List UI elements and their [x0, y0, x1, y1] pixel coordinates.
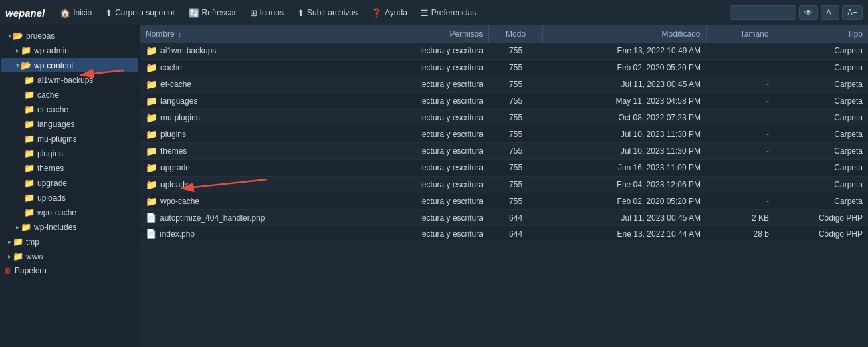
nav-refrescar[interactable]: 🔄 Refrescar [183, 5, 242, 21]
table-row[interactable]: 📁et-cache lectura y escritura 755 Jul 11… [140, 76, 868, 93]
nav-carpeta-superior[interactable]: ⬆ Carpeta superior [100, 5, 180, 21]
file-name[interactable]: 📁uploads [140, 177, 362, 193]
file-modificado: Jul 11, 2023 00:45 AM [542, 210, 706, 226]
sidebar-item-cache[interactable]: 📁cache [1, 88, 138, 102]
nav-preferencias[interactable]: ☰ Preferencias [415, 5, 481, 21]
prefs-icon: ☰ [421, 8, 429, 18]
arrow-open-icon: ▾ [16, 62, 19, 69]
file-name[interactable]: 📁et-cache [140, 76, 362, 93]
sidebar-item-wp-includes[interactable]: ▸📁wp-includes [1, 220, 138, 234]
table-row[interactable]: 📄index.php lectura y escritura 644 Ene 1… [140, 226, 868, 242]
sidebar-item-themes[interactable]: 📁themes [1, 161, 138, 175]
file-modificado: Jul 10, 2023 11:30 PM [542, 143, 706, 160]
sidebar-item-label: et-cache [37, 105, 68, 114]
table-row[interactable]: 📁uploads lectura y escritura 755 Ene 04,… [140, 177, 868, 193]
file-modo: 755 [489, 126, 542, 143]
sidebar-item-et-cache[interactable]: 📁et-cache [1, 102, 138, 116]
nav-iconos[interactable]: ⊞ Iconos [245, 5, 289, 21]
nav-ayuda[interactable]: ❓ Ayuda [366, 5, 413, 21]
sidebar-item-tmp[interactable]: ▸📁tmp [1, 235, 138, 249]
file-tipo: Carpeta [774, 177, 868, 193]
file-name[interactable]: 📁upgrade [140, 160, 362, 177]
sidebar-item-uploads[interactable]: 📁uploads [1, 191, 138, 205]
file-name[interactable]: 📁mu-plugins [140, 110, 362, 126]
file-name[interactable]: 📁ai1wm-backups [140, 43, 362, 60]
file-modificado: Jul 10, 2023 11:30 PM [542, 126, 706, 143]
file-tamano: - [706, 160, 774, 177]
file-modo: 644 [489, 226, 542, 242]
file-name[interactable]: 📁languages [140, 93, 362, 110]
php-icon: 📄 [146, 229, 156, 239]
file-modo: 755 [489, 193, 542, 210]
table-row[interactable]: 📁languages lectura y escritura 755 May 1… [140, 93, 868, 110]
trash-icon: 🗑 [4, 266, 12, 275]
sidebar-item-languages[interactable]: 📁languages [1, 117, 138, 131]
col-permisos[interactable]: Permisos [362, 25, 489, 43]
col-nombre[interactable]: Nombre ↕ [140, 25, 362, 43]
file-permisos: lectura y escritura [362, 126, 489, 143]
file-name[interactable]: 📁cache [140, 60, 362, 76]
col-tamano[interactable]: Tamaño [706, 25, 774, 43]
sidebar-item-label: uploads [37, 193, 66, 203]
sidebar-item-www[interactable]: ▸📁www [1, 249, 138, 263]
folder-icon: 📁 [146, 179, 157, 190]
file-name[interactable]: 📄index.php [140, 226, 362, 242]
table-row[interactable]: 📁upgrade lectura y escritura 755 Jun 16,… [140, 160, 868, 177]
sidebar-item-wpo-cache[interactable]: 📁wpo-cache [1, 205, 138, 219]
file-tipo: Carpeta [774, 76, 868, 93]
folder-icon: 📁 [24, 178, 35, 188]
nav-subir-archivos[interactable]: ⬆ Subir archivos [292, 5, 363, 21]
folder-icon: 📁 [24, 134, 35, 144]
folder-icon: 📁 [13, 237, 23, 247]
folder-up-icon: ⬆ [105, 8, 112, 18]
sidebar-item-label: wp-content [34, 61, 74, 70]
upload-icon: ⬆ [297, 8, 304, 18]
table-row[interactable]: 📄autoptimize_404_handler.php lectura y e… [140, 210, 868, 226]
table-row[interactable]: 📁mu-plugins lectura y escritura 755 Oct … [140, 110, 868, 126]
arrow-icon: ▸ [8, 238, 11, 245]
table-row[interactable]: 📁themes lectura y escritura 755 Jul 10, … [140, 143, 868, 160]
table-row[interactable]: 📁cache lectura y escritura 755 Feb 02, 2… [140, 60, 868, 76]
search-input[interactable] [730, 5, 796, 20]
file-permisos: lectura y escritura [362, 93, 489, 110]
home-icon: 🏠 [60, 8, 70, 18]
file-tamano: 28 b [706, 226, 774, 242]
file-permisos: lectura y escritura [362, 210, 489, 226]
sidebar-item-pruebas[interactable]: ▾📂pruebas [1, 29, 138, 43]
file-modo: 755 [489, 110, 542, 126]
folder-icon: 📁 [24, 163, 35, 173]
file-tamano: 2 KB [706, 210, 774, 226]
file-name[interactable]: 📁wpo-cache [140, 193, 362, 210]
text-normal-button[interactable]: A- [821, 5, 839, 20]
file-modo: 755 [489, 143, 542, 160]
sidebar-item-label: wpo-cache [37, 208, 76, 217]
table-row[interactable]: 📁wpo-cache lectura y escritura 755 Feb 0… [140, 193, 868, 210]
folder-icon: 📁 [24, 90, 35, 100]
col-modificado[interactable]: Modificado [542, 25, 706, 43]
col-tipo[interactable]: Tipo [774, 25, 868, 43]
table-row[interactable]: 📁plugins lectura y escritura 755 Jul 10,… [140, 126, 868, 143]
file-name[interactable]: 📄autoptimize_404_handler.php [140, 210, 362, 226]
file-table-wrap[interactable]: Nombre ↕ Permisos Modo Modificado [140, 25, 868, 347]
sidebar-item-wp-admin[interactable]: ▸📁wp-admin [1, 43, 138, 57]
sidebar-item-ai1wm-backups[interactable]: 📁ai1wm-backups [1, 73, 138, 87]
sidebar-item-plugins[interactable]: 📁plugins [1, 146, 138, 160]
sidebar-item-wp-content[interactable]: ▾📂wp-content [1, 58, 138, 72]
eye-button[interactable]: 👁 [799, 5, 818, 20]
table-row[interactable]: 📁ai1wm-backups lectura y escritura 755 E… [140, 43, 868, 60]
file-modo: 755 [489, 76, 542, 93]
logo: wepanel [5, 7, 45, 19]
col-modo[interactable]: Modo [489, 25, 542, 43]
file-permisos: lectura y escritura [362, 43, 489, 60]
file-permisos: lectura y escritura [362, 226, 489, 242]
folder-icon: 📁 [24, 75, 35, 85]
sidebar-item-mu-plugins[interactable]: 📁mu-plugins [1, 132, 138, 146]
text-large-button[interactable]: A+ [842, 5, 863, 20]
file-modo: 755 [489, 93, 542, 110]
nav-inicio[interactable]: 🏠 Inicio [54, 5, 97, 21]
sidebar-item-upgrade[interactable]: 📁upgrade [1, 176, 138, 190]
sidebar-item-label: ai1wm-backups [37, 76, 93, 85]
file-name[interactable]: 📁themes [140, 143, 362, 160]
sidebar-item-papelera[interactable]: 🗑Papelera [1, 264, 138, 277]
file-name[interactable]: 📁plugins [140, 126, 362, 143]
